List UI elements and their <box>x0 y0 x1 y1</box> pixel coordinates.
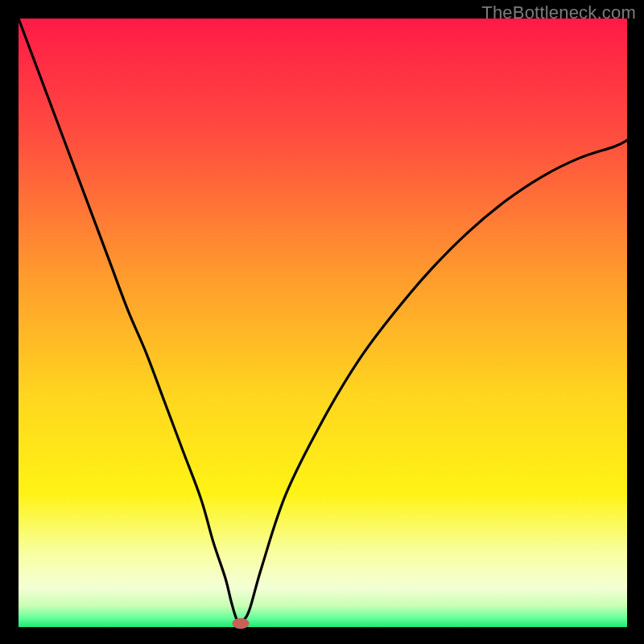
plot-area <box>19 19 627 627</box>
curve-layer <box>19 19 627 627</box>
watermark-text: TheBottleneck.com <box>481 2 636 23</box>
optimal-point-marker <box>232 618 249 630</box>
chart-stage: TheBottleneck.com <box>0 0 644 644</box>
bottleneck-curve <box>19 19 627 622</box>
